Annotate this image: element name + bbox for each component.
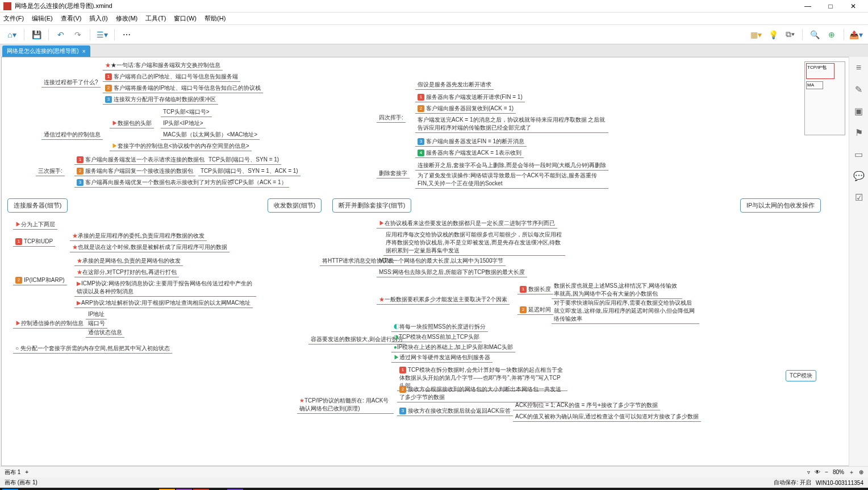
root-connect-server[interactable]: 连接服务器(细节) (7, 198, 68, 213)
node-4way-pre[interactable]: 假设是服务器先发出断开请求 (415, 80, 494, 90)
search-button[interactable]: 🔍 (807, 27, 822, 42)
menu-modify[interactable]: 修改(M) (116, 14, 138, 23)
node-3way-3[interactable]: 3客户端再向服务端优复一个数据包表示接收到了对方的应答 (74, 178, 235, 188)
node-a1-3[interactable]: 3连接双方分配用于存储临时数据的缓冲区 (103, 95, 218, 105)
root-ip-ethernet[interactable]: IP与以太网的包收发操作 (740, 198, 821, 213)
node-split-2[interactable]: ◑TCP模块在MSS前加上TCP头部 (391, 333, 482, 342)
node-a1-star[interactable]: ★★一句话:客户端和服务端双方交换控制信息 (103, 61, 223, 70)
node-3way-2[interactable]: 2服务端向客户端回复一个接收连接的数据包 (74, 167, 195, 176)
close-button[interactable]: ✕ (842, 2, 865, 10)
node-delete-2[interactable]: 为了避免发生误操作:网络错误导致最后一个ACK号不能到达,服务器重传FIN,又关… (415, 171, 608, 189)
node-a1-1[interactable]: 1客户端将自己的IP地址、端口号等信息告知服务端 (103, 72, 240, 82)
node-port[interactable]: 端口号 (86, 319, 107, 329)
document-tab[interactable]: 网络是怎么连接的(思维导图) × (2, 45, 90, 57)
node-socket-control[interactable]: ▶套接字中的控制信息<协议栈中的内存空间里的信息> (110, 142, 252, 151)
node-data-len-desc[interactable]: 数据长度也就是上述MSS,这样情况下,网络传输效率就高,因为网络中不会有大量的小… (552, 281, 682, 299)
node-comm-control[interactable]: 通信过程中的控制信息 (41, 130, 103, 140)
node-tcp-header[interactable]: TCP头部<端口号> (161, 107, 212, 117)
maximize-button[interactable]: □ (819, 2, 842, 10)
node-two-layers[interactable]: ▶分为上下两层 (13, 220, 57, 230)
node-ip-addr[interactable]: IP地址 (86, 310, 107, 319)
note-icon[interactable]: ▭ (853, 149, 865, 160)
node-delay[interactable]: 2延迟时间 (518, 305, 553, 315)
topic-button[interactable]: ▦▾ (749, 27, 763, 42)
node-alloc-socket[interactable]: ○ 先分配一个套接字所需的内存空间,然后把其中写入初始状态 (13, 344, 172, 354)
menu-edit[interactable]: 编辑(E) (32, 14, 53, 23)
root-send-receive[interactable]: 收发数据(细节) (268, 198, 322, 213)
node-ip-2[interactable]: ★在这部分,对TCP打好的包,再进行打包 (74, 268, 179, 277)
zoom-out-button[interactable]: − (825, 469, 828, 475)
node-right-tile[interactable]: TCP模块 (786, 370, 816, 381)
undo-button[interactable]: ↶ (53, 27, 68, 42)
menu-help[interactable]: 帮助(H) (205, 14, 226, 23)
node-3way-1b[interactable]: TCP头部(端口号、SYN = 1) (206, 155, 281, 165)
node-4way-5[interactable]: 4服务器向客户端发送ACK = 1表示收到 (415, 148, 524, 158)
node-3way[interactable]: 三次握手: (36, 167, 65, 176)
outline-button[interactable]: ☰▾ (95, 27, 110, 42)
save-button[interactable]: 💾 (29, 27, 44, 42)
minimap[interactable]: TCP/IP包 MA (804, 61, 845, 135)
sheet-tab[interactable]: 画布 1 (5, 468, 20, 476)
node-d1[interactable]: ★一般数据要积累多少才能发送主要取决于2个因素 (377, 295, 510, 305)
node-tcp-udp-1[interactable]: ★承接的是应用程序的委托,负责应用程序数据的收发 (70, 231, 207, 241)
node-3way-1[interactable]: 1客户端向服务端发送一个表示请求连接的数据包 (74, 155, 207, 165)
node-d3-3a[interactable]: ACK控制位 = 1; ACK的值 = 序号+接收了多少字节的数据 (513, 401, 660, 410)
menu-window[interactable]: 窗口(W) (174, 14, 197, 23)
visibility-icon[interactable]: 👁 (815, 469, 820, 475)
node-split-1[interactable]: ◐将每一块按照MSS的长度进行拆分 (391, 322, 488, 332)
node-mac-header[interactable]: MAC头部（以太网头部）<MAC地址> (161, 130, 260, 140)
node-icmp[interactable]: ▶ICMP协议:网络控制消息协议:主要用于报告网络包传送过程中产生的错误以及各种… (74, 279, 256, 297)
marker-icon[interactable]: ⚑ (853, 127, 865, 139)
node-data-len[interactable]: 1数据长度 (518, 285, 553, 294)
tab-close-icon[interactable]: × (82, 48, 86, 55)
node-arp[interactable]: ▶ARP协议:地址解析协议:用于根据IP地址查询相应的以太网MAC地址 (74, 298, 253, 308)
node-mss[interactable]: MSS:网络包去除头部之后,所能容下的TCP数据的最大长度 (377, 268, 527, 277)
zoom-in-button[interactable]: ＋ (849, 468, 854, 476)
menu-insert[interactable]: 插入(I) (89, 14, 107, 23)
idea-button[interactable]: 💡 (766, 27, 781, 42)
node-ip-1[interactable]: ★承接的是网络包,负责的是网络包的收发 (74, 256, 183, 266)
format-icon[interactable]: ≡ (853, 63, 865, 74)
more-button[interactable]: ⋯ (119, 27, 134, 42)
task-icon[interactable]: ☑ (853, 192, 865, 204)
node-4way-2[interactable]: 2客户端向服务器回复收到(ACK = 1) (415, 104, 516, 114)
redo-button[interactable]: ↷ (70, 27, 85, 42)
node-control-comm[interactable]: ▶控制通信操作的控制信息 (13, 319, 86, 329)
node-4way-4[interactable]: 3客户端向服务器发送FIN = 1的断开消息 (415, 137, 527, 147)
home-button[interactable]: ⌂▾ (5, 27, 19, 42)
node-d3-2[interactable]: 2接收方会根据接收到的网络包的大小判断出本网络包一共发送了多少字节的数据 (397, 385, 567, 402)
node-ip-header[interactable]: IP头部<IP地址> (161, 119, 206, 128)
node-4way-1[interactable]: 1服务器向客户端发送断开请求(FIN = 1) (415, 93, 525, 102)
node-delete-socket[interactable]: 删除套接字 (377, 169, 410, 178)
node-d3-3[interactable]: 3接收方在接收完数据后就会返回ACK应答 (397, 406, 513, 416)
node-comm-status[interactable]: 通信状态信息 (86, 328, 124, 338)
relationship-button[interactable]: ⧉▾ (783, 27, 798, 42)
node-tcp-udp[interactable]: 1TCP和UDP (13, 237, 55, 247)
root-disconnect[interactable]: 断开并删除套接字(细节) (332, 198, 411, 213)
node-4way-3[interactable]: 客户端发送完ACK = 1的消息之后，协议栈就等待来应用程序取数据 之后就告诉应… (415, 115, 608, 133)
node-delete-1[interactable]: 连接断开之后,套接字不会马上删除,而是会等待一段时间(大概几分钟)再删除 (415, 161, 608, 171)
menu-view[interactable]: 查看(V) (61, 14, 82, 23)
node-d3-3b[interactable]: ACK的值又被称为确认响应,通过检查这个值可以知道对方接收了多少数据 (513, 412, 701, 422)
image-icon[interactable]: ▣ (853, 106, 865, 117)
node-3way-2b[interactable]: TCP头部(端口号、SYN = 1、ACK = 1) (198, 167, 301, 176)
node-d0-2[interactable]: 应用程序每次交给协议栈的数据可能很多也可能很少，所以每次应用程序将数据交给协议栈… (383, 230, 565, 256)
node-a1-2[interactable]: 2客户端将服务端的IP地址、端口号等信息告知自己的协议栈 (103, 84, 263, 93)
filter-icon[interactable]: ▿ (807, 469, 810, 475)
style-icon[interactable]: ✎ (853, 84, 865, 95)
add-sheet-button[interactable]: + (25, 469, 28, 475)
node-3way-3b[interactable]: TCP头部（ACK = 1） (229, 178, 289, 188)
node-ip-icmp[interactable]: 2IP(ICMP和ARP) (13, 276, 67, 285)
node-split-4[interactable]: ▶通过网卡等硬件发送网络包到服务器 (391, 353, 493, 363)
export-button[interactable]: 📤▾ (849, 27, 863, 42)
comment-icon[interactable]: 💬 (853, 171, 865, 182)
node-d0-1[interactable]: ▶在协议栈看来这些要发送的数据都只是一定长度二进制字节序列而已 (377, 219, 557, 229)
menu-tools[interactable]: 工具(T) (145, 14, 166, 23)
node-tcp-udp-2[interactable]: ★也就是说在这个时候,数据是被解析成了应用程序可用的数据 (70, 243, 229, 252)
node-delay-desc[interactable]: 对于要求快速响应的应用程序,需要在数据交给协议栈后就立即发送,这样做,应用程序的… (552, 298, 699, 324)
fit-button[interactable]: ⊕ (859, 469, 863, 475)
canvas[interactable]: 连接服务器(细节) 收发数据(细节) 断开并删除套接字(细节) IP与以太网的包… (1, 57, 867, 466)
menu-file[interactable]: 文件(F) (3, 14, 24, 23)
node-packet-header[interactable]: ▶数据包的头部 (110, 119, 154, 128)
node-mtu[interactable]: MTU:一个网络包的最大长度,以太网中为1500字节 (377, 256, 506, 266)
